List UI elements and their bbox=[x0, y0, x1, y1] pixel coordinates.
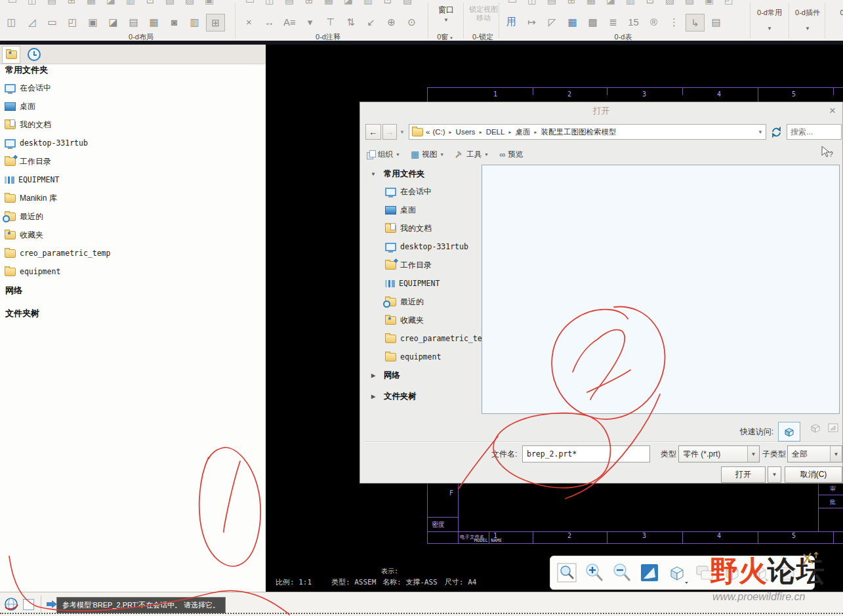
note-icon[interactable]: A≡ bbox=[281, 14, 298, 30]
ribbon-deco-icon[interactable]: ⊞ bbox=[62, 0, 81, 9]
ribbon-deco-icon[interactable]: ⊡ bbox=[640, 0, 660, 9]
folder-item[interactable]: 桌面 bbox=[0, 100, 266, 113]
ribbon-deco-icon[interactable]: ◫ bbox=[260, 0, 279, 9]
collapse-arrow-icon[interactable]: ▼ bbox=[367, 171, 380, 177]
group-button-common[interactable]: 0-d常用▼ bbox=[752, 8, 787, 31]
chevron-down-icon[interactable]: ▼ bbox=[747, 446, 759, 462]
zoom-out-icon[interactable] bbox=[608, 559, 636, 586]
ribbon-deco-icon[interactable]: ▣ bbox=[699, 0, 719, 9]
folder-item[interactable]: 工作目录 bbox=[364, 258, 481, 272]
erase-view-icon[interactable]: ▥ bbox=[186, 14, 203, 30]
folder-item[interactable]: 在会话中 bbox=[0, 81, 266, 94]
zoom-in-icon[interactable] bbox=[581, 559, 608, 586]
open-options-dropdown-icon[interactable]: ▼ bbox=[768, 466, 781, 483]
close-icon[interactable]: × bbox=[829, 104, 836, 117]
file-list-pane[interactable] bbox=[482, 165, 840, 414]
ribbon-deco-icon[interactable]: ▣ bbox=[199, 0, 219, 9]
file-name-input[interactable] bbox=[522, 445, 650, 462]
refit-zoom-icon[interactable] bbox=[553, 559, 581, 586]
ribbon-deco-icon[interactable]: ⊞ bbox=[562, 0, 581, 9]
ribbon-deco-icon[interactable]: ▭ bbox=[240, 0, 260, 9]
web-browser-icon[interactable] bbox=[3, 596, 19, 615]
drawing-view-icon[interactable]: ◫ bbox=[3, 14, 20, 30]
quick-access-part-button[interactable] bbox=[778, 422, 800, 441]
ribbon-deco-icon[interactable]: ▥ bbox=[121, 0, 140, 9]
dimension-icon[interactable]: ↔ bbox=[260, 14, 278, 30]
folder-item[interactable]: creo_parametric_temp bbox=[364, 332, 481, 345]
cancel-button[interactable]: 取消(C) bbox=[785, 466, 842, 483]
note-dropdown-icon[interactable]: ▾ bbox=[301, 14, 319, 30]
table-edit-icon[interactable]: ▤ bbox=[707, 14, 725, 30]
spin-center-icon[interactable] bbox=[773, 559, 801, 586]
ribbon-deco-icon[interactable]: ◫ bbox=[522, 0, 542, 9]
breadcrumb-item[interactable]: 桌面 bbox=[515, 127, 530, 137]
ribbon-deco-icon[interactable]: ◫ bbox=[22, 0, 42, 9]
leader-icon[interactable]: ↙ bbox=[362, 14, 380, 30]
ribbon-deco-icon[interactable]: ▤ bbox=[542, 0, 562, 9]
decimal-places-icon[interactable]: 15 bbox=[625, 14, 642, 30]
search-input[interactable] bbox=[787, 124, 842, 140]
preview-menu[interactable]: ∞预览 bbox=[499, 150, 523, 159]
ribbon-deco-icon[interactable]: ▥ bbox=[621, 0, 640, 9]
display-style-icon[interactable] bbox=[691, 559, 718, 586]
ribbon-deco-icon[interactable]: ◪ bbox=[101, 0, 121, 9]
window-menu-button[interactable]: 窗口▼ bbox=[430, 5, 462, 23]
folder-item[interactable]: desktop-331rtub bbox=[0, 136, 266, 150]
sheet-icon[interactable]: ▭ bbox=[43, 14, 61, 30]
ribbon-deco-icon[interactable]: ⊡ bbox=[378, 0, 398, 9]
repaint-icon[interactable] bbox=[636, 559, 663, 586]
folder-item[interactable]: 我的文档 bbox=[364, 222, 481, 235]
ordinate-dimension-icon[interactable]: ⇅ bbox=[342, 14, 360, 30]
repeat-region-icon[interactable]: ↳ bbox=[686, 14, 705, 31]
graph-icon[interactable]: ◿ bbox=[23, 14, 41, 30]
folder-item[interactable]: desktop-331rtub bbox=[364, 240, 481, 253]
folder-item[interactable]: creo_parametric_temp bbox=[0, 247, 266, 260]
folder-section-header[interactable]: ▶网络 bbox=[364, 369, 481, 382]
radius-icon[interactable]: ® bbox=[645, 14, 663, 30]
shaded-view-icon[interactable]: ◪ bbox=[104, 14, 122, 30]
select-items-checkbox[interactable] bbox=[23, 599, 34, 610]
partial-view-icon[interactable]: ▤ bbox=[125, 14, 142, 30]
folder-item[interactable]: 收藏夹 bbox=[364, 314, 481, 327]
folder-item[interactable]: 工作目录 bbox=[0, 155, 266, 168]
ribbon-deco-icon[interactable]: ▤ bbox=[279, 0, 299, 9]
ribbon-deco-icon[interactable]: ⊞ bbox=[299, 0, 319, 9]
table-icon[interactable]: ▦ bbox=[564, 14, 581, 30]
options-icon[interactable]: ⋮ bbox=[665, 14, 683, 30]
annotation-display-icon[interactable] bbox=[746, 559, 773, 586]
folder-item[interactable]: 桌面 bbox=[364, 203, 481, 216]
ribbon-deco-icon[interactable]: ▭ bbox=[503, 0, 522, 9]
refresh-button[interactable] bbox=[769, 124, 783, 140]
drawing-tree-icon[interactable]: ⊞ bbox=[206, 14, 225, 31]
ribbon-deco-icon[interactable]: ▧ bbox=[660, 0, 680, 9]
delete-icon[interactable]: × bbox=[240, 14, 258, 30]
folder-item[interactable]: EQUIPMENT bbox=[0, 173, 266, 186]
group-button-partial[interactable]: 0注 bbox=[828, 8, 843, 18]
ole-object-icon[interactable]: ◙ bbox=[165, 14, 183, 30]
ribbon-deco-icon[interactable]: ▧ bbox=[398, 0, 417, 9]
quick-access-assembly-button[interactable] bbox=[810, 422, 821, 434]
cell-grid-icon[interactable]: ▩ bbox=[584, 14, 602, 30]
folder-item[interactable]: equipment bbox=[0, 265, 266, 278]
folder-item[interactable]: 收藏夹 bbox=[0, 228, 266, 241]
open-button[interactable]: 打开 bbox=[721, 466, 766, 483]
ribbon-deco-icon[interactable]: ▦ bbox=[81, 0, 101, 9]
quarter-angle-icon[interactable]: ◸ bbox=[543, 14, 561, 30]
overlay-view-icon[interactable]: ▣ bbox=[84, 14, 102, 30]
hatch-icon[interactable]: ▦ bbox=[145, 14, 163, 30]
folder-item[interactable]: 我的文档 bbox=[0, 118, 266, 131]
surface-finish-icon[interactable]: ⊤ bbox=[321, 14, 339, 30]
ribbon-deco-icon[interactable]: ▤ bbox=[42, 0, 62, 9]
quick-access-drawing-button[interactable] bbox=[827, 422, 839, 434]
chevron-down-icon[interactable]: ▼ bbox=[830, 446, 842, 462]
ribbon-deco-icon[interactable]: ◪ bbox=[339, 0, 358, 9]
saved-views-icon[interactable] bbox=[663, 559, 691, 586]
ribbon-deco-icon[interactable]: ▨ bbox=[180, 0, 199, 9]
breadcrumb-item[interactable]: DELL bbox=[486, 128, 505, 136]
subtype-select[interactable]: 全部▼ bbox=[787, 445, 842, 462]
balloon-icon[interactable]: ⊙ bbox=[403, 14, 421, 30]
arrange-views-icon[interactable]: ◰ bbox=[64, 14, 81, 30]
folder-item[interactable]: Manikin 库 bbox=[0, 192, 266, 205]
breadcrumb-item[interactable]: 装配里工图图检索模型 bbox=[541, 127, 616, 137]
ribbon-deco-icon[interactable]: ▦ bbox=[319, 0, 339, 9]
